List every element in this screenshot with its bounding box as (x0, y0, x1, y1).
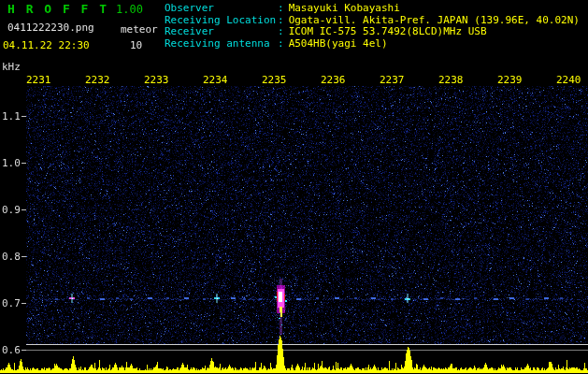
info-row-receiver: Receiver:ICOM IC-575 53.7492(8LCD)MHz US… (165, 26, 580, 38)
x-tick-label: 2234 (203, 74, 228, 86)
info-colon: : (278, 3, 284, 15)
info-row-antenna: Receiving antenna:A504HB(yagi 4el) (165, 38, 580, 50)
meteor-count: 10 (130, 40, 142, 51)
info-label: Receiving antenna (165, 38, 278, 50)
info-colon: : (278, 38, 284, 50)
y-tick-label: 0.8 (2, 251, 21, 263)
x-tick-label: 2237 (380, 74, 405, 86)
info-value: A504HB(yagi 4el) (289, 38, 388, 50)
spectrogram-canvas (0, 0, 588, 374)
mode-label: meteor (121, 24, 158, 36)
info-value: Masayuki Kobayashi (289, 3, 400, 15)
hrofft-output-window: H R O F F T 1.00 0411222230.png meteor 0… (0, 0, 588, 374)
station-info: Observer:Masayuki Kobayashi Receiving Lo… (165, 3, 580, 50)
info-label: Observer (165, 3, 278, 15)
y-axis-unit-label: kHz (2, 62, 21, 73)
info-row-observer: Observer:Masayuki Kobayashi (165, 3, 580, 15)
x-tick-label: 2236 (321, 74, 346, 86)
x-tick-label: 2238 (438, 74, 464, 86)
y-tick-label: 0.6 (2, 344, 21, 356)
info-value: ICOM IC-575 53.7492(8LCD)MHz USB (289, 26, 487, 38)
x-tick-label: 2231 (26, 74, 51, 86)
timestamp: 04.11.22 22:30 (3, 40, 90, 51)
info-label: Receiver (165, 26, 278, 38)
y-tick-label: 1.0 (2, 157, 21, 169)
y-tick-label: 1.1 (2, 110, 21, 122)
y-tick-label: 0.7 (2, 297, 21, 309)
app-version: 1.00 (116, 4, 143, 16)
output-filename: 0411222230.png (7, 22, 94, 34)
info-colon: : (278, 26, 284, 38)
x-tick-label: 2239 (497, 74, 523, 86)
x-tick-label: 2240 (556, 74, 581, 86)
app-title: H R O F F T (7, 3, 108, 16)
x-tick-label: 2233 (144, 74, 169, 86)
y-tick-label: 0.9 (2, 204, 21, 216)
x-tick-label: 2235 (262, 74, 287, 86)
x-tick-label: 2232 (85, 74, 110, 86)
